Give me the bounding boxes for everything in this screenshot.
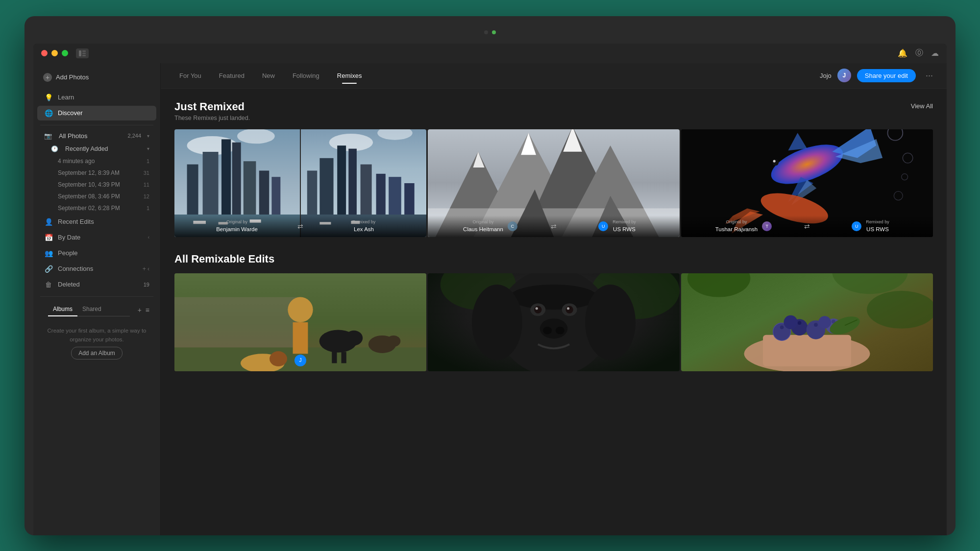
photo-card-fish[interactable]: Original by Tushar Rajvansh T ⇄ U [681,129,933,237]
albums-tab-shared[interactable]: Shared [77,304,106,316]
user-name: Jojo [820,72,832,79]
recently-added-item-4[interactable]: September 02, 6:28 PM 1 [37,203,156,214]
just-remixed-title: Just Remixed [174,100,250,113]
nav-tab-featured[interactable]: Featured [210,68,253,83]
connections-label: Connections [58,265,93,272]
svg-rect-67 [342,352,346,363]
all-photos-header[interactable]: 📷 All Photos 2,244 ▾ [37,130,156,142]
maximize-button[interactable] [62,50,68,56]
nav-tabs: For You Featured New Following Remixes [171,68,820,83]
svg-rect-63 [293,322,308,354]
svg-point-85 [556,326,564,334]
fish-remixed-by: US RWS [866,226,889,232]
nav-tab-new[interactable]: New [253,68,284,83]
just-remixed-grid: Original by Benjamin Warde ⇄ Remixed by … [174,129,933,237]
nav-tab-for-you[interactable]: For You [171,68,210,83]
nav-tab-following[interactable]: Following [284,68,328,83]
by-date-icon: 📅 [44,234,53,241]
sidebar-divider-1 [40,125,153,125]
remixable-grid: J [174,273,933,371]
all-remixable-header: All Remixable Edits [174,253,933,265]
more-options-button[interactable]: ··· [922,69,937,83]
svg-point-81 [565,306,573,313]
recently-added-header[interactable]: 🕐 Recently Added ▾ [37,143,156,155]
mountain-remixed-by: US RWS [613,226,636,232]
svg-point-58 [773,160,776,162]
sidebar-item-label-learn: Learn [58,94,74,101]
trash-icon: 🗑 [44,281,53,288]
recently-added-item-2[interactable]: September 10, 4:39 PM 11 [37,179,156,190]
all-photos-chevron: ▾ [147,133,149,139]
albums-tab-albums[interactable]: Albums [48,304,77,316]
sidebar-item-learn[interactable]: 💡 Learn [37,90,156,105]
people-label: People [58,249,77,257]
svg-rect-11 [232,142,241,214]
view-all-link[interactable]: View All [911,102,933,110]
svg-point-104 [818,316,831,329]
svg-point-98 [798,321,802,325]
svg-point-19 [329,133,373,151]
sidebar-item-people[interactable]: 👥 People [37,246,156,261]
svg-rect-26 [361,164,372,214]
recent-edits-icon: 👤 [44,218,53,226]
help-icon[interactable]: ⓪ [915,48,923,58]
just-remixed-subtitle: These Remixes just landed. [174,115,250,121]
svg-rect-28 [389,177,401,215]
share-edit-button[interactable]: Share your edit [857,69,916,82]
svg-rect-25 [348,148,357,214]
add-album-button[interactable]: Add an Album [71,347,122,359]
svg-point-84 [543,326,552,334]
add-photos-button[interactable]: + Add Photos [37,69,156,86]
recently-added-chevron: ▾ [147,146,149,151]
nav-tab-remixes[interactable]: Remixes [328,68,371,83]
sidebar-toggle-icon[interactable] [76,48,89,58]
notification-icon[interactable]: 🔔 [898,48,907,58]
title-bar-right: 🔔 ⓪ ☁ [898,48,939,58]
svg-rect-9 [203,152,219,215]
add-album-icon[interactable]: + [138,306,142,314]
sidebar-item-by-date[interactable]: 📅 By Date ‹ [37,230,156,245]
svg-rect-2 [82,52,86,54]
svg-rect-8 [187,164,198,214]
cloud-icon[interactable]: ☁ [931,48,939,58]
recently-added-item-label-1: September 12, 8:39 AM [58,169,120,176]
recently-added-item-badge-1: 31 [144,170,149,176]
mountain-original-by: Claus Heitmann [463,226,503,232]
city-original-by: Benjamin Warde [216,226,258,232]
content-area[interactable]: Just Remixed These Remixes just landed. … [161,89,947,535]
by-date-label: By Date [58,234,80,241]
sort-albums-icon[interactable]: ≡ [146,306,149,314]
close-button[interactable] [41,50,48,56]
remixable-card-blueberries[interactable] [681,273,933,371]
svg-point-100 [814,323,818,327]
recently-added-item-3[interactable]: September 08, 3:46 PM 12 [37,191,156,202]
fish-original-by: Tushar Rajvansh [715,226,758,232]
sidebar-item-discover[interactable]: 🌐 Discover [37,106,156,120]
all-remixable-title: All Remixable Edits [174,253,274,265]
sidebar-item-connections[interactable]: 🔗 Connections + ‹ [37,262,156,276]
recently-added-item-0[interactable]: 4 minutes ago 1 [37,156,156,167]
minimize-button[interactable] [51,50,58,56]
all-photos-badge: 2,244 [127,133,141,139]
svg-rect-3 [82,55,86,56]
sidebar-item-deleted[interactable]: 🗑 Deleted 19 [37,277,156,292]
sidebar-item-recent-edits[interactable]: 👤 Recent Edits [37,215,156,229]
svg-rect-93 [763,335,851,366]
recently-added-item-1[interactable]: September 12, 8:39 AM 31 [37,168,156,178]
main-content: For You Featured New Following Remixes J… [161,63,947,535]
svg-point-76 [510,284,598,309]
sidebar-divider-2 [40,296,153,297]
svg-rect-1 [82,50,86,52]
photo-card-mountain[interactable]: Original by Claus Heitmann C ⇄ U [428,129,680,237]
photo-card-city[interactable]: Original by Benjamin Warde ⇄ Remixed by … [174,129,426,237]
remixable-card-dogs[interactable]: J [174,273,426,371]
remixable-card-gorilla[interactable] [428,273,680,371]
svg-rect-10 [221,139,231,215]
deleted-badge: 19 [144,282,149,287]
add-icon: + [43,73,52,82]
svg-point-6 [237,129,275,144]
svg-rect-0 [79,50,81,56]
svg-rect-12 [244,161,256,215]
recently-added-item-label-0: 4 minutes ago [58,158,95,165]
svg-rect-66 [332,350,337,363]
